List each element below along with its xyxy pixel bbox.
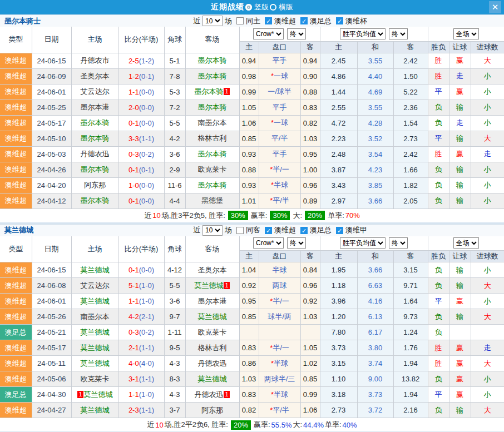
company-select[interactable]: Crow*	[253, 237, 284, 249]
fulltime-score: 3-3	[129, 135, 139, 143]
result-text: 赢	[456, 87, 463, 96]
handicap-text: 平/半	[273, 406, 289, 414]
same-venue-checkbox[interactable]	[236, 17, 244, 24]
fulltime-score: 1-1	[129, 390, 139, 399]
avg-away-cell: 3.15	[393, 262, 428, 278]
result-cell: 胜	[428, 53, 449, 68]
halftime-score: (0-0)	[139, 119, 154, 127]
score-cell: 0-1(0-0)	[118, 193, 164, 208]
corners-cell: 9-7	[164, 309, 185, 325]
recent-label: 近	[193, 16, 200, 26]
avg-final-select[interactable]: 终	[389, 28, 408, 39]
avg-away-cell: 1.64	[393, 294, 428, 309]
table-row: 澳维超24-04-20阿东那1-0(0-0)11-6墨尔本骑0.93*半球0.9…	[0, 177, 504, 193]
vertical-layout-label[interactable]: 竖版	[254, 2, 269, 12]
team-name: 艾云达尔	[81, 281, 110, 290]
corners-cell: 4-3	[164, 356, 185, 371]
titlebar: 近期战绩 竖版 横版 ✕	[0, 0, 504, 14]
result-text: 负	[435, 118, 442, 127]
avg-type-select[interactable]: 胜平负均值	[340, 237, 386, 249]
league-checkbox-1[interactable]: ✓	[300, 227, 308, 234]
score-cell: 2-1(1-1)	[118, 340, 164, 356]
scope-select[interactable]: 全场	[453, 237, 479, 249]
column-header-2: 主场	[71, 236, 118, 262]
type-cell: 澳足总	[0, 387, 32, 403]
away-odds-cell: 0.95	[300, 146, 320, 162]
final-odds-select[interactable]: 终	[287, 28, 306, 39]
avg-draw-cell: 3.66	[357, 262, 393, 278]
avg-home-cell: 2.55	[320, 100, 357, 115]
away-team-cell: 丹德农迅1	[185, 387, 239, 403]
team-name: 墨尔本骑	[81, 196, 110, 205]
team-name-title: 墨尔本骑士	[4, 16, 41, 26]
avg-type-select[interactable]: 胜平负均值	[340, 28, 386, 39]
avg-home-cell: 1.44	[320, 84, 357, 100]
close-button[interactable]: ✕	[489, 1, 501, 13]
score-cell: 3-3(1-1)	[118, 131, 164, 146]
result-text: 赢	[456, 344, 463, 352]
league-checkbox-2[interactable]: ✓	[336, 17, 343, 24]
away-team-cell: 墨尔本骑	[185, 177, 239, 193]
red-card-badge: 1	[224, 282, 229, 289]
result-cell: 负	[428, 371, 449, 387]
team-name: 格林古利	[198, 134, 227, 142]
avg-sub-header-1: 和	[357, 41, 393, 53]
avg-final-select[interactable]: 终	[389, 237, 408, 249]
table-row: 澳维超24-05-25墨尔本港2-0(0-0)7-2墨尔本骑1.05平手0.83…	[0, 100, 504, 115]
section-header: 墨尔本骑士近10场同主✓澳维超✓澳足总✓澳维杯	[0, 14, 504, 27]
result-text: 负	[435, 103, 442, 111]
league-checkbox-0[interactable]: ✓	[265, 17, 272, 24]
score-cell: 5-1(1-0)	[118, 278, 164, 294]
handicap-result-cell: 输	[449, 403, 471, 418]
scope-select[interactable]: 全场	[453, 28, 479, 39]
result-text: 小	[484, 375, 491, 383]
corners-cell: 4-4	[164, 193, 185, 208]
corners-cell: 5-3	[164, 84, 185, 100]
type-cell: 澳维超	[0, 371, 32, 387]
vertical-layout-radio[interactable]	[245, 4, 252, 11]
avg-draw-cell: 3.80	[357, 340, 393, 356]
league-checkbox-1[interactable]: ✓	[300, 17, 308, 24]
corners-cell: 3-7	[164, 403, 185, 418]
avg-draw-cell: 3.72	[357, 403, 393, 418]
result-cell: 平	[428, 84, 449, 100]
team-name: 丹德农迅	[81, 150, 110, 158]
final-odds-select[interactable]: 终	[287, 237, 306, 249]
column-header-2: 主场	[71, 27, 118, 53]
same-venue-checkbox[interactable]	[236, 227, 244, 234]
result-text: 大	[484, 312, 491, 321]
corners-cell: 5-5	[164, 115, 185, 131]
team-name: 莫兰德城	[81, 406, 110, 414]
avg-away-cell: 9.71	[393, 278, 428, 294]
date-cell: 24-04-26	[32, 162, 71, 177]
avg-draw-cell: 3.66	[357, 193, 393, 208]
avg-away-cell: 2.36	[393, 100, 428, 115]
team-name: 莫兰德城	[194, 281, 223, 290]
home-odds-cell: 0.99	[239, 84, 259, 100]
away-team-cell: 墨尔本骑	[185, 100, 239, 115]
company-select[interactable]: Crow*	[253, 28, 284, 39]
horizontal-layout-label[interactable]: 横版	[279, 2, 293, 12]
away-team-cell: 欧克莱卡	[185, 162, 239, 177]
halftime-score: (0-1)	[139, 166, 154, 174]
away-team-cell: 欧克莱卡	[185, 325, 239, 340]
fulltime-score: 1-1	[129, 88, 139, 96]
avg-away-cell: 2.42	[393, 53, 428, 68]
handicap-text: 球半/两	[268, 312, 291, 321]
type-cell: 澳维超	[0, 53, 32, 68]
recent-results-panel: 近期战绩 竖版 横版 ✕ 墨尔本骑士近10场同主✓澳维超✓澳足总✓澳维杯类型日期…	[0, 0, 504, 432]
recent-count-select[interactable]: 10	[202, 225, 223, 236]
score-cell: 1-2(0-1)	[118, 68, 164, 84]
recent-count-select[interactable]: 10	[202, 16, 223, 26]
filter-controls: 近10场同主✓澳维超✓澳足总✓澳维杯	[192, 16, 368, 26]
league-checkbox-0[interactable]: ✓	[265, 227, 272, 234]
home-odds-cell: 0.85	[239, 131, 259, 146]
table-row: 澳维超24-04-12墨尔本骑0-1(0-0)4-4黑德堡1.01*平/半0.8…	[0, 193, 504, 208]
handicap-text: 半/一	[273, 297, 289, 305]
horizontal-layout-radio[interactable]	[270, 4, 276, 11]
handicap-result-cell: 输	[449, 193, 471, 208]
date-cell: 24-05-26	[32, 309, 71, 325]
league-checkbox-2[interactable]: ✓	[336, 227, 343, 234]
summary-text: 10	[152, 211, 160, 220]
column-header-4: 角球	[164, 236, 185, 262]
